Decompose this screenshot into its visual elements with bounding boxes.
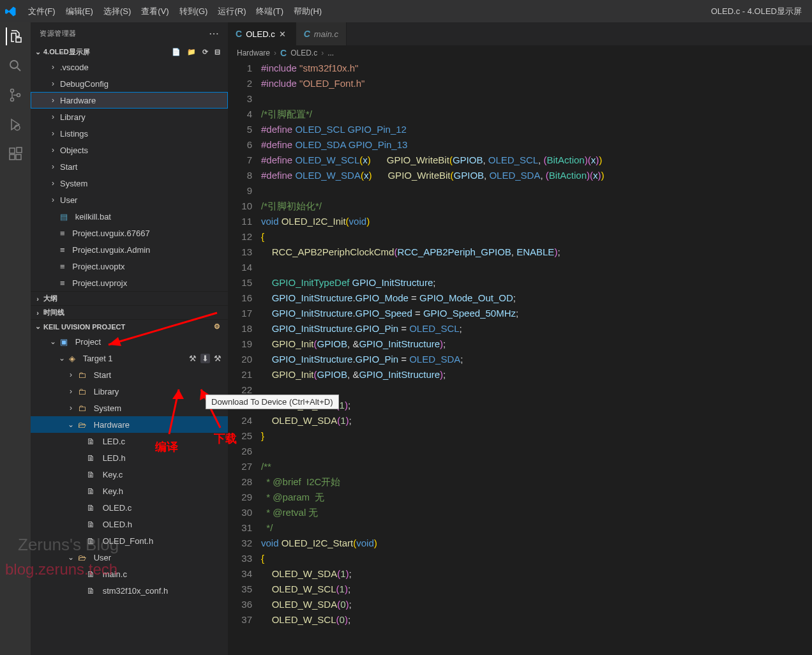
svg-point-4 [17, 94, 20, 97]
file-uvoptx[interactable]: ≡ Project.uvoptx [31, 258, 228, 275]
keil-group-start[interactable]: ›🗀 Start [31, 366, 228, 383]
refresh-icon[interactable]: ⟳ [202, 48, 208, 56]
line-numbers: 1234567891011121314151617181920212223242… [228, 61, 261, 655]
file-uvprojx[interactable]: ≡ Project.uvprojx [31, 275, 228, 291]
keil-file-oledfont[interactable]: 🗎 OLED_Font.h [31, 532, 228, 549]
svg-point-2 [11, 89, 14, 93]
search-icon[interactable] [6, 57, 24, 75]
outline-section[interactable]: ›大纲 [31, 291, 228, 305]
svg-rect-9 [17, 147, 22, 153]
file-uvguix1[interactable]: ≡ Project.uvguix.67667 [31, 225, 228, 241]
file-tree: ›.vscode ›DebugConfig ›Hardware ›Library… [31, 59, 228, 291]
folder-debugconfig[interactable]: ›DebugConfig [31, 75, 228, 92]
activity-bar [0, 22, 31, 655]
svg-point-0 [10, 61, 18, 68]
keil-file-ledc[interactable]: 🗎 LED.c [31, 433, 228, 449]
keil-file-oledh[interactable]: 🗎 OLED.h [31, 516, 228, 532]
editor-tabs: COLED.c✕ Cmain.c [228, 22, 812, 45]
file-uvguix2[interactable]: ≡ Project.uvguix.Admin [31, 241, 228, 258]
folder-system[interactable]: ›System [31, 175, 228, 192]
menu-view[interactable]: 查看(V) [136, 3, 174, 20]
menu-file[interactable]: 文件(F) [23, 3, 61, 20]
keil-tree: ⌄▣ Project ⌄◈ Target 1 ⚒ ⬇ ⚒ ›🗀 Start ›🗀… [31, 333, 228, 655]
folder-library[interactable]: ›Library [31, 109, 228, 125]
tab-mainc[interactable]: Cmain.c [296, 22, 347, 45]
keil-section[interactable]: ⌄KEIL UVISION PROJECT ⚙ [31, 319, 228, 333]
folder-objects[interactable]: ›Objects [31, 142, 228, 158]
tab-oledc[interactable]: COLED.c✕ [228, 22, 296, 45]
keil-file-confh[interactable]: 🗎 stm32f10x_conf.h [31, 582, 228, 599]
editor-area: COLED.c✕ Cmain.c Hardware› COLED.c› ... … [228, 22, 812, 655]
svg-rect-6 [10, 148, 15, 153]
keil-file-keyc[interactable]: 🗎 Key.c [31, 466, 228, 483]
keil-project[interactable]: ⌄▣ Project [31, 333, 228, 350]
keil-group-user[interactable]: ⌄🗁 User [31, 549, 228, 566]
download-icon[interactable]: ⬇ [200, 354, 210, 363]
c-file-icon: C [304, 29, 310, 39]
menu-terminal[interactable]: 终端(T) [251, 3, 289, 20]
keil-group-system[interactable]: ›🗀 System [31, 400, 228, 416]
window-title: OLED.c - 4.OLED显示屏 [327, 6, 807, 17]
folder-user[interactable]: ›User [31, 192, 228, 208]
c-file-icon: C [236, 29, 242, 39]
run-debug-icon[interactable] [6, 116, 24, 133]
keil-home-icon[interactable]: ⚙ [214, 322, 220, 331]
chevron-down-icon: ⌄ [33, 48, 42, 56]
build-icon[interactable]: ⚒ [189, 354, 197, 363]
folder-vscode[interactable]: ›.vscode [31, 59, 228, 75]
tooltip: Download To Device (Ctrl+Alt+D) [206, 395, 339, 409]
folder-hardware[interactable]: ›Hardware [31, 92, 228, 109]
keil-group-hardware[interactable]: ⌄🗁 Hardware [31, 416, 228, 433]
collapse-icon[interactable]: ⊟ [214, 48, 220, 56]
svg-point-3 [11, 98, 14, 102]
keil-target[interactable]: ⌄◈ Target 1 ⚒ ⬇ ⚒ [31, 350, 228, 366]
titlebar: 文件(F) 编辑(E) 选择(S) 查看(V) 转到(G) 运行(R) 终端(T… [0, 0, 812, 22]
svg-rect-7 [10, 154, 15, 160]
project-root[interactable]: ⌄ 4.OLED显示屏 📄 📁 ⟳ ⊟ [31, 45, 228, 59]
close-icon[interactable]: ✕ [279, 29, 288, 39]
keil-file-mainc[interactable]: 🗎 main.c [31, 566, 228, 582]
keil-file-ledh[interactable]: 🗎 LED.h [31, 449, 228, 466]
extensions-icon[interactable] [6, 145, 24, 163]
svg-rect-8 [16, 154, 21, 160]
new-folder-icon[interactable]: 📁 [187, 48, 196, 56]
svg-line-1 [17, 68, 20, 71]
c-file-icon: C [280, 48, 287, 58]
keil-file-oledc[interactable]: 🗎 OLED.c [31, 499, 228, 516]
more-icon[interactable]: ⋯ [209, 27, 220, 40]
rebuild-icon[interactable]: ⚒ [214, 354, 222, 363]
source-control-icon[interactable] [6, 86, 24, 104]
timeline-section[interactable]: ›时间线 [31, 305, 228, 319]
menu-edit[interactable]: 编辑(E) [61, 3, 98, 20]
menu-run[interactable]: 运行(R) [213, 3, 251, 20]
sidebar-title: 资源管理器 ⋯ [31, 22, 228, 45]
vscode-logo-icon [5, 6, 17, 17]
keil-file-keyh[interactable]: 🗎 Key.h [31, 483, 228, 499]
main-menu: 文件(F) 编辑(E) 选择(S) 查看(V) 转到(G) 运行(R) 终端(T… [23, 3, 327, 20]
explorer-sidebar: 资源管理器 ⋯ ⌄ 4.OLED显示屏 📄 📁 ⟳ ⊟ ›.vscode ›De… [31, 22, 228, 655]
code-content[interactable]: #include "stm32f10x.h" #include "OLED_Fo… [261, 61, 812, 655]
folder-start[interactable]: ›Start [31, 158, 228, 175]
code-editor[interactable]: 1234567891011121314151617181920212223242… [228, 61, 812, 655]
explorer-icon[interactable] [6, 27, 24, 45]
keil-group-library[interactable]: ›🗀 Library [31, 383, 228, 400]
menu-help[interactable]: 帮助(H) [289, 3, 327, 20]
menu-select[interactable]: 选择(S) [98, 3, 136, 20]
folder-listings[interactable]: ›Listings [31, 125, 228, 142]
menu-goto[interactable]: 转到(G) [174, 3, 213, 20]
breadcrumbs[interactable]: Hardware› COLED.c› ... [228, 45, 812, 61]
new-file-icon[interactable]: 📄 [172, 48, 181, 56]
file-keilkill[interactable]: ▤ keilkill.bat [31, 208, 228, 225]
